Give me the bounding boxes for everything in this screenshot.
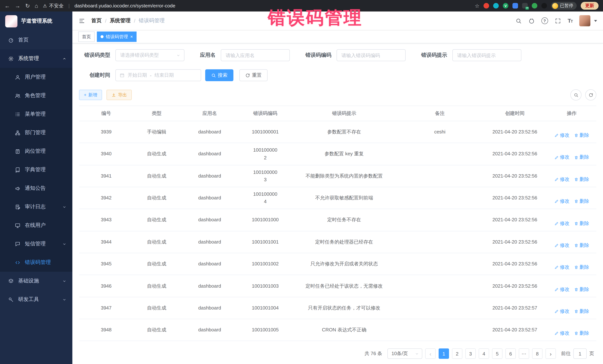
sidebar-item-audit-log[interactable]: 审计日志 bbox=[0, 198, 72, 216]
sidebar-item-dev-tools[interactable]: 研发工具 bbox=[0, 290, 72, 309]
reload-icon[interactable]: ↻ bbox=[25, 3, 30, 9]
pencil-icon bbox=[554, 177, 559, 182]
cell-actions: 修改删除 bbox=[547, 143, 596, 165]
page-button-3[interactable]: 3 bbox=[465, 349, 476, 359]
extension-icon-1[interactable] bbox=[484, 3, 489, 9]
sidebar-item-notices[interactable]: 通知公告 bbox=[0, 179, 72, 198]
export-button[interactable]: 导出 bbox=[106, 90, 132, 100]
prev-page-button[interactable]: ‹ bbox=[425, 349, 436, 359]
sidebar-item-home[interactable]: 首页 bbox=[0, 31, 72, 49]
edit-link[interactable]: 修改 bbox=[554, 330, 570, 337]
delete-link[interactable]: 删除 bbox=[574, 220, 589, 227]
home-icon[interactable]: ⌂ bbox=[35, 3, 38, 9]
error-code-input[interactable] bbox=[336, 49, 406, 61]
edit-link[interactable]: 修改 bbox=[554, 220, 570, 227]
app-title: 芋道管理系统 bbox=[21, 18, 52, 24]
help-icon[interactable]: ? bbox=[541, 17, 548, 24]
date-range-picker[interactable]: 开始日期 - 结束日期 bbox=[116, 69, 201, 81]
page-button-6[interactable]: 6 bbox=[505, 349, 516, 359]
toggle-search-button[interactable] bbox=[570, 89, 581, 100]
sidebar-item-departments[interactable]: 部门管理 bbox=[0, 123, 72, 142]
page-button-5[interactable]: 5 bbox=[492, 349, 502, 359]
update-button[interactable]: 更新 bbox=[581, 2, 599, 10]
hamburger-icon[interactable] bbox=[78, 17, 85, 24]
refresh-button[interactable] bbox=[585, 89, 596, 100]
search-button[interactable]: 搜索 bbox=[205, 69, 233, 81]
sidebar-item-roles[interactable]: 角色管理 bbox=[0, 86, 72, 105]
edit-link[interactable]: 修改 bbox=[554, 286, 570, 293]
error-hint-input[interactable] bbox=[452, 49, 521, 61]
back-icon[interactable]: ← bbox=[4, 3, 10, 9]
font-size-icon[interactable]: TT bbox=[568, 17, 573, 24]
breadcrumb-home[interactable]: 首页 bbox=[91, 17, 102, 24]
page-button-1[interactable]: 1 bbox=[439, 349, 449, 359]
search-icon[interactable] bbox=[515, 18, 522, 24]
fullscreen-icon[interactable] bbox=[555, 18, 561, 24]
user-avatar[interactable] bbox=[579, 15, 590, 26]
extension-icon-7[interactable] bbox=[541, 3, 547, 9]
sidebar-item-positions[interactable]: 岗位管理 bbox=[0, 142, 72, 161]
delete-link[interactable]: 删除 bbox=[574, 176, 589, 183]
sidebar-item-sms[interactable]: 短信管理 bbox=[0, 235, 72, 253]
app-name-input[interactable] bbox=[221, 49, 290, 61]
goto-page-input[interactable] bbox=[573, 349, 587, 359]
breadcrumb-system[interactable]: 系统管理 bbox=[110, 17, 131, 24]
delete-link[interactable]: 删除 bbox=[574, 286, 589, 293]
page-button-8[interactable]: 8 bbox=[532, 349, 543, 359]
tab-home[interactable]: 首页 bbox=[78, 32, 95, 42]
cell-actions: 修改删除 bbox=[547, 275, 596, 297]
delete-link[interactable]: 删除 bbox=[574, 154, 589, 161]
extension-icon-5[interactable]: on bbox=[522, 3, 528, 9]
filter-row-1: 错误码类型 请选择错误码类型 应用名 错误码编码 bbox=[79, 49, 596, 61]
delete-link[interactable]: 删除 bbox=[574, 132, 589, 139]
cell-id: 3946 bbox=[79, 275, 133, 297]
logo-row[interactable]: 芋道管理系统 bbox=[0, 11, 72, 31]
add-button[interactable]: + 新增 bbox=[79, 90, 102, 100]
address-url[interactable]: dashboard.yudao.iocoder.cn/system/error-… bbox=[75, 3, 175, 9]
main-area: 首页 / 系统管理 / 错误码管理 ? TT 首 bbox=[72, 11, 603, 364]
chevron-down-icon[interactable] bbox=[594, 20, 597, 22]
page-button-4[interactable]: 4 bbox=[479, 349, 489, 359]
sidebar-item-dictionary[interactable]: 字典管理 bbox=[0, 161, 72, 179]
edit-link[interactable]: 修改 bbox=[554, 264, 570, 271]
sidebar-item-system[interactable]: 系统管理 bbox=[0, 49, 72, 68]
delete-link[interactable]: 删除 bbox=[574, 264, 589, 271]
refresh-icon bbox=[588, 92, 593, 97]
extension-icon-4[interactable] bbox=[512, 3, 518, 9]
range-separator: - bbox=[150, 72, 151, 78]
delete-link[interactable]: 删除 bbox=[574, 330, 589, 337]
github-icon[interactable] bbox=[528, 18, 534, 24]
page-size-select[interactable]: 10条/页 bbox=[387, 349, 422, 359]
next-page-button[interactable]: › bbox=[545, 349, 556, 359]
breadcrumb: 首页 / 系统管理 / 错误码管理 bbox=[91, 17, 165, 24]
edit-link[interactable]: 修改 bbox=[554, 176, 570, 183]
tab-error-codes[interactable]: 错误码管理 × bbox=[97, 32, 137, 42]
edit-link[interactable]: 修改 bbox=[554, 132, 570, 139]
edit-link[interactable]: 修改 bbox=[554, 308, 570, 315]
security-indicator[interactable]: ⚠ 不安全 bbox=[43, 2, 64, 9]
sidebar-item-infrastructure[interactable]: 基础设施 bbox=[0, 272, 72, 290]
more-pages-button[interactable]: ⋯ bbox=[519, 349, 529, 359]
sidebar-item-error-codes[interactable]: 错误码管理 bbox=[0, 253, 72, 272]
filter-type: 错误码类型 请选择错误码类型 bbox=[79, 49, 185, 61]
delete-link[interactable]: 删除 bbox=[574, 308, 589, 315]
sidebar-item-users[interactable]: 用户管理 bbox=[0, 68, 72, 86]
edit-link[interactable]: 修改 bbox=[554, 154, 570, 161]
close-icon[interactable]: × bbox=[130, 34, 133, 39]
delete-link[interactable]: 删除 bbox=[574, 198, 589, 205]
sidebar-item-online-users[interactable]: 在线用户 bbox=[0, 216, 72, 235]
forward-icon[interactable]: → bbox=[15, 3, 20, 9]
extension-icon-2[interactable] bbox=[493, 3, 499, 9]
extension-icon-6[interactable] bbox=[532, 3, 537, 9]
page-button-2[interactable]: 2 bbox=[452, 349, 462, 359]
delete-link[interactable]: 删除 bbox=[574, 242, 589, 249]
filter-hint: 错误码提示 bbox=[421, 49, 521, 61]
sidebar-item-menus[interactable]: 菜单管理 bbox=[0, 105, 72, 123]
bookmark-star-icon[interactable]: ☆ bbox=[475, 3, 479, 9]
edit-link[interactable]: 修改 bbox=[554, 242, 570, 249]
error-type-select[interactable]: 请选择错误码类型 bbox=[116, 49, 185, 61]
profile-chip[interactable]: 已暂停 bbox=[551, 2, 577, 10]
reset-button[interactable]: 重置 bbox=[239, 69, 267, 81]
edit-link[interactable]: 修改 bbox=[554, 198, 570, 205]
extension-icon-3[interactable]: V bbox=[503, 3, 508, 9]
